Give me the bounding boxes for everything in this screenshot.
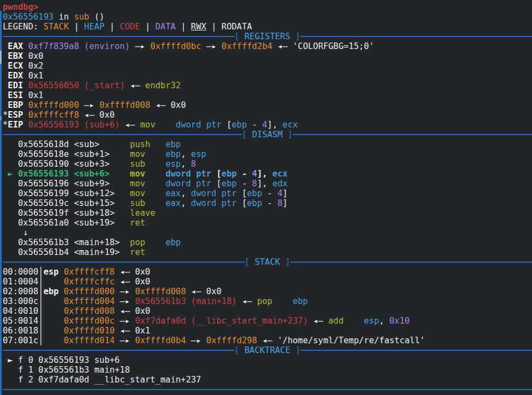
legend-stack: STACK — [44, 22, 69, 32]
text-token: , — [262, 179, 273, 189]
address: 0x56556193 <sub+6> — [18, 169, 110, 179]
register-name: EDX — [8, 71, 23, 81]
register-esp: *ESP 0xffffcff8 ◂— 0x0 — [3, 110, 532, 120]
address: 0xffffcffc — [64, 277, 114, 287]
text-token: , — [273, 120, 283, 130]
register-eip: *EIP 0x56556193 (sub+6) ◂— mov dword ptr… — [3, 120, 532, 130]
modified-marker: * — [3, 110, 8, 120]
address: 0x5655619f <sub+18> — [3, 208, 130, 218]
arrow-left-icon: ◂— — [150, 100, 171, 110]
text-token — [59, 267, 64, 277]
text-token — [23, 61, 28, 71]
disasm-flow-arrow: ↓ — [3, 228, 532, 238]
stack-offset: 06:0018 — [3, 326, 38, 336]
pwndbg-terminal[interactable]: pwndbg> 0x56556193 in sub ()LEGEND: STAC… — [0, 0, 532, 395]
section-title-text: REGISTERS — [245, 32, 291, 41]
register-ebx: EBX 0x0 — [3, 51, 532, 61]
text-token — [3, 100, 8, 110]
text-token: dword ptr — [176, 120, 226, 130]
scrollbar-thumb[interactable] — [0, 51, 2, 64]
frame: f 0 0x56556193 sub+6 — [18, 355, 120, 365]
text-token: dword ptr — [191, 189, 241, 198]
value: 0x1 — [135, 326, 150, 336]
text-token — [145, 238, 165, 247]
string-value: 'COLORFGBG=15;0' — [293, 41, 374, 51]
text-token — [3, 90, 8, 100]
stack-offset: 05:0014 — [3, 316, 38, 326]
scrollbar-thumb[interactable] — [0, 116, 2, 120]
section-separator-backtrace: [ BACKTRACE ] — [3, 345, 532, 355]
bottom-separator — [3, 385, 532, 394]
bracket: [ — [234, 345, 245, 355]
backtrace-frame: f 1 0x565561b3 main+18 — [3, 365, 532, 375]
arrow-right-icon: —▸ — [114, 316, 135, 326]
value: 0x0 — [135, 267, 150, 277]
separator-line — [3, 389, 532, 390]
text-token: ebp — [293, 296, 308, 306]
stack-offset: 03:000c — [3, 296, 38, 306]
text-token: 0x10 — [389, 316, 409, 326]
arrow-right-icon: —▸ — [186, 336, 206, 345]
stack-offset: 00:0000 — [3, 267, 38, 277]
text-token: [ — [242, 198, 247, 208]
text-token: - — [237, 179, 252, 189]
terminal-output: pwndbg> 0x56556193 in sub ()LEGEND: STAC… — [3, 2, 532, 394]
section-separator-registers: [ REGISTERS ] — [3, 32, 532, 41]
address: 0xffffd000 — [64, 287, 114, 296]
text-token: ebp — [166, 149, 181, 159]
address: 0x565561b3 <main+18> — [3, 238, 130, 247]
text-token: 4 — [252, 169, 257, 179]
arrow-left-icon: ◂— — [114, 267, 135, 277]
arrow-right-icon: —▸ — [79, 100, 99, 110]
address: 0x5655619c <sub+15> — [3, 198, 130, 208]
legend-data: DATA — [155, 22, 176, 32]
bracket: ] — [283, 130, 293, 139]
column-divider: │ — [38, 316, 64, 326]
address: 0xf7f839a8 (environ) — [28, 41, 130, 51]
stack-line: 04:0010│ 0xffffd008 ◂— 0x0 — [3, 306, 532, 316]
frame: f 1 0x565561b3 main+18 — [3, 365, 130, 375]
register-ecx: ECX 0x2 — [3, 61, 532, 71]
mnemonic: endbr32 — [145, 81, 180, 90]
address: 0x565561b3 (main+18) — [135, 296, 237, 306]
text-token: ebp — [221, 169, 237, 179]
arrow-right-icon: —▸ — [130, 41, 150, 51]
text-token: | — [105, 22, 120, 32]
text-token: ebp — [221, 179, 237, 189]
text-token — [110, 169, 130, 179]
prompt-line: pwndbg> — [3, 2, 532, 12]
text-token — [150, 139, 166, 149]
legend-rwx: RWX — [191, 22, 206, 32]
text-token: [ — [216, 179, 221, 189]
arrow-right-icon: —▸ — [114, 336, 135, 345]
text-token: | — [69, 22, 84, 32]
current-instruction-marker: ► — [3, 169, 18, 179]
register-name: EBP — [8, 100, 23, 110]
disasm-line: 0x5655618d <sub> push ebp — [3, 139, 532, 149]
address: 0xffffd014 — [64, 336, 114, 345]
text-token: | — [140, 22, 155, 32]
text-token: [ — [216, 169, 221, 179]
separator-line — [3, 262, 245, 263]
mnemonic: sub — [130, 159, 145, 169]
text-token: ] — [257, 179, 262, 189]
text-token — [23, 100, 28, 110]
address: 0x56556196 <sub+9> — [3, 179, 130, 189]
column-divider: │ — [38, 267, 43, 277]
section-separator-stack: [ STACK ] — [3, 257, 532, 267]
text-token: ] — [267, 120, 272, 130]
text-token: [ — [227, 120, 232, 130]
section-separator-disasm: [ DISASM ] — [3, 130, 532, 139]
legend-rodata: RODATA — [221, 22, 252, 32]
text-token — [23, 90, 28, 100]
mnemonic: mov — [140, 120, 155, 130]
register-name: EIP — [8, 120, 23, 130]
stack-line: 00:0000│esp 0xffffcff8 ◂— 0x0 — [3, 267, 532, 277]
text-token — [23, 120, 28, 130]
value: 0x1 — [28, 71, 44, 81]
scrollbar[interactable] — [0, 11, 2, 395]
bracket: [ — [245, 257, 255, 267]
disasm-line: 0x56556196 <sub+9> mov dword ptr [ebp - … — [3, 179, 532, 189]
section-title-text: DISASM — [252, 130, 283, 139]
value: 0x0 — [28, 51, 44, 61]
